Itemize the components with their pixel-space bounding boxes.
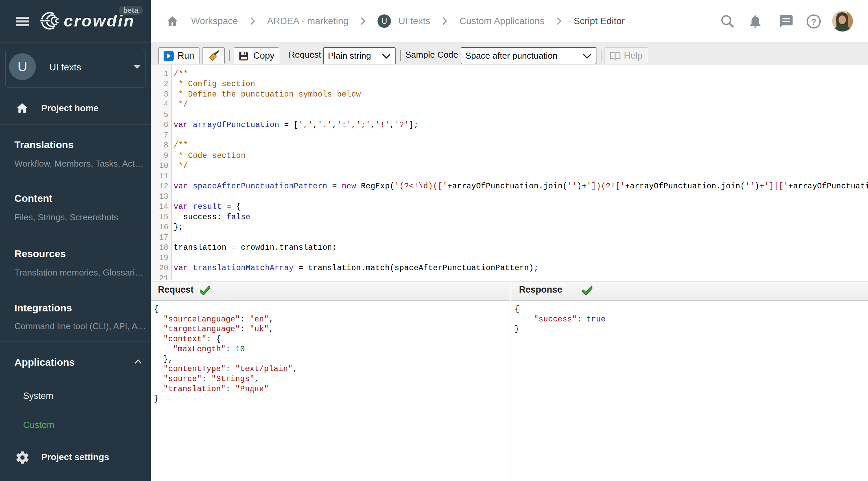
svg-text:?: ?	[811, 17, 816, 27]
